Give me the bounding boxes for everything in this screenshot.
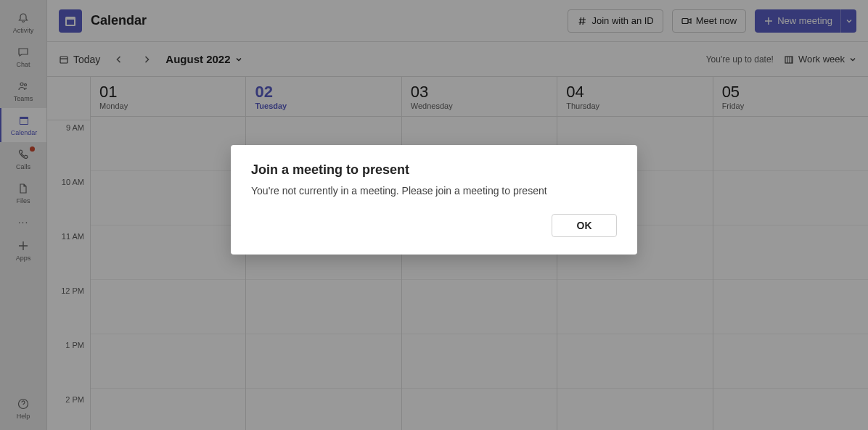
ok-button[interactable]: OK (552, 214, 617, 237)
dialog-body: You're not currently in a meeting. Pleas… (251, 185, 617, 197)
modal-overlay[interactable]: Join a meeting to present You're not cur… (0, 0, 868, 430)
dialog: Join a meeting to present You're not cur… (231, 145, 637, 255)
dialog-title: Join a meeting to present (251, 162, 617, 178)
